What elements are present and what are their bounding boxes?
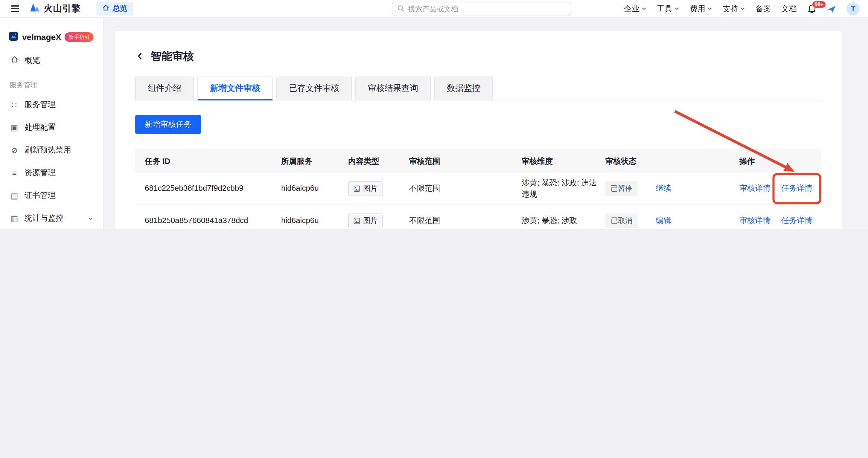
app-window: 火山引擎 总览 企业 工具 费用	[0, 0, 868, 229]
nav-enterprise[interactable]: 企业	[624, 3, 647, 14]
tab-bar: 组件介绍 新增文件审核 已存文件审核 审核结果查询 数据监控	[135, 76, 822, 100]
chevron-down-icon	[641, 6, 647, 11]
page-title: 智能审核	[151, 49, 194, 63]
page-header: 智能审核	[135, 49, 822, 63]
nav-billing[interactable]: 费用	[690, 3, 712, 14]
col-status: 审核状态	[606, 156, 656, 167]
nav-icp[interactable]: 备案	[755, 3, 771, 14]
global-search[interactable]	[392, 2, 571, 16]
chevron-down-icon	[740, 6, 745, 11]
status-badge: 已取消	[606, 214, 638, 229]
sidebar-item-label: 概览	[25, 55, 40, 66]
nav-tools[interactable]: 工具	[657, 3, 680, 14]
audit-dimensions: 涉黄; 暴恐; 涉政; 违法违规	[522, 177, 606, 200]
sidebar-item-cert-mgmt[interactable]: ▤ 证书管理	[0, 184, 103, 207]
back-button[interactable]	[135, 52, 145, 61]
sidebar: veImageX 新手指引 概览 服务管理 ∷ 服务管理 ▣ 处理配置 ⊘ 刷新…	[0, 18, 103, 229]
sidebar-item-overview[interactable]: 概览	[0, 49, 103, 72]
col-service: 所属服务	[281, 156, 348, 167]
task-detail-link[interactable]: 任务详情	[781, 183, 812, 194]
image-icon	[353, 185, 360, 192]
sidebar-group-service-mgmt: 服务管理	[0, 76, 103, 93]
task-detail-link[interactable]: 任务详情	[781, 215, 812, 227]
veimagex-product-icon	[8, 31, 19, 43]
tab-component-intro[interactable]: 组件介绍	[135, 76, 194, 100]
col-task-id: 任务 ID	[145, 156, 281, 167]
resume-link[interactable]: 继续	[656, 184, 671, 193]
table-row: 681b250a857660841a378dcd hid6aicp6u 图片 不…	[135, 205, 822, 229]
task-id: 681c225eb38f1bd7f9d2cbb9	[145, 183, 281, 194]
sidebar-item-label: 资源管理	[25, 167, 56, 178]
table-row: 681c225eb38f1bd7f9d2cbb9 hid6aicp6u 图片 不…	[135, 173, 822, 205]
sidebar-item-label: 证书管理	[25, 190, 56, 201]
status-badge: 已暂停	[606, 181, 638, 196]
sidebar-item-process-config[interactable]: ▣ 处理配置	[0, 116, 103, 139]
sidebar-item-stats-monitor[interactable]: ▥ 统计与监控	[0, 207, 103, 229]
grid-icon: ∷	[9, 100, 19, 109]
sidebar-item-label: 统计与监控	[25, 213, 63, 224]
hamburger-menu-icon[interactable]	[8, 3, 22, 14]
topbar-right-menu: 企业 工具 费用 支持 备案 文档 99+	[624, 2, 860, 15]
col-content-type: 内容类型	[348, 156, 409, 167]
ban-icon: ⊘	[9, 145, 19, 155]
col-scope: 审核范围	[409, 156, 522, 167]
sidebar-item-label: 处理配置	[25, 122, 56, 133]
tab-existing-file-audit[interactable]: 已存文件审核	[276, 76, 352, 100]
nav-docs[interactable]: 文档	[781, 3, 797, 14]
nav-support[interactable]: 支持	[723, 3, 745, 14]
audit-scope: 不限范围	[409, 183, 522, 194]
chevron-left-icon	[135, 52, 145, 61]
main-content: 智能审核 组件介绍 新增文件审核 已存文件审核 审核结果查询 数据监控 新增审核…	[103, 18, 868, 229]
home-icon	[102, 4, 110, 13]
beginner-guide-badge[interactable]: 新手指引	[65, 32, 94, 42]
sidebar-item-label: 刷新预热禁用	[25, 145, 71, 156]
search-icon	[397, 4, 404, 14]
assistant-icon[interactable]	[827, 4, 836, 13]
chevron-down-icon	[707, 6, 712, 11]
search-input[interactable]	[408, 5, 566, 13]
settings-box-icon: ▣	[9, 123, 19, 132]
service-name: hid6aicp6u	[281, 215, 348, 227]
audit-detail-link[interactable]: 审核详情	[739, 215, 771, 227]
brand-logo[interactable]: 火山引擎	[29, 2, 81, 15]
new-audit-task-button[interactable]: 新增审核任务	[135, 115, 201, 134]
audit-scope: 不限范围	[409, 215, 522, 227]
service-name: hid6aicp6u	[281, 183, 348, 194]
layers-icon: ≡	[9, 168, 19, 177]
content-type-tag: 图片	[348, 182, 383, 196]
volcano-logo-icon	[29, 2, 41, 15]
product-name: veImageX	[22, 32, 61, 42]
sidebar-item-refresh-preheat-ban[interactable]: ⊘ 刷新预热禁用	[0, 139, 103, 161]
top-navbar: 火山引擎 总览 企业 工具 费用	[0, 0, 868, 18]
content-card: 智能审核 组件介绍 新增文件审核 已存文件审核 审核结果查询 数据监控 新增审核…	[115, 31, 842, 229]
chart-icon: ▥	[9, 214, 19, 223]
home-icon	[9, 56, 19, 65]
notification-bell[interactable]: 99+	[807, 4, 816, 13]
task-id: 681b250a857660841a378dcd	[145, 215, 281, 227]
notification-count-badge: 99+	[812, 0, 827, 8]
audit-dimensions: 涉黄; 暴恐; 涉政	[522, 215, 606, 227]
col-dimensions: 审核维度	[522, 156, 606, 167]
overview-nav-button[interactable]: 总览	[96, 2, 133, 15]
tab-audit-result-query[interactable]: 审核结果查询	[355, 76, 431, 100]
sidebar-item-service-mgmt[interactable]: ∷ 服务管理	[0, 93, 103, 116]
tab-new-file-audit[interactable]: 新增文件审核	[197, 76, 273, 100]
certificate-icon: ▤	[9, 191, 19, 200]
sidebar-product-veimagex[interactable]: veImageX 新手指引	[0, 25, 103, 49]
edit-link[interactable]: 编辑	[656, 216, 671, 225]
chevron-down-icon	[88, 216, 93, 221]
chevron-down-icon	[674, 6, 680, 11]
audit-task-table: 任务 ID 所属服务 内容类型 审核范围 审核维度 审核状态 操作 681c22…	[135, 150, 822, 229]
tab-data-monitor[interactable]: 数据监控	[434, 76, 493, 100]
image-icon	[353, 218, 360, 224]
user-avatar[interactable]: T	[846, 2, 860, 15]
audit-detail-link[interactable]: 审核详情	[739, 183, 771, 194]
content-type-tag: 图片	[348, 214, 383, 228]
sidebar-item-label: 服务管理	[25, 99, 56, 110]
col-operations: 操作	[739, 156, 812, 167]
brand-name: 火山引擎	[44, 3, 81, 14]
table-header-row: 任务 ID 所属服务 内容类型 审核范围 审核维度 审核状态 操作	[135, 150, 822, 173]
overview-label: 总览	[113, 4, 127, 14]
sidebar-item-resource-mgmt[interactable]: ≡ 资源管理	[0, 161, 103, 184]
